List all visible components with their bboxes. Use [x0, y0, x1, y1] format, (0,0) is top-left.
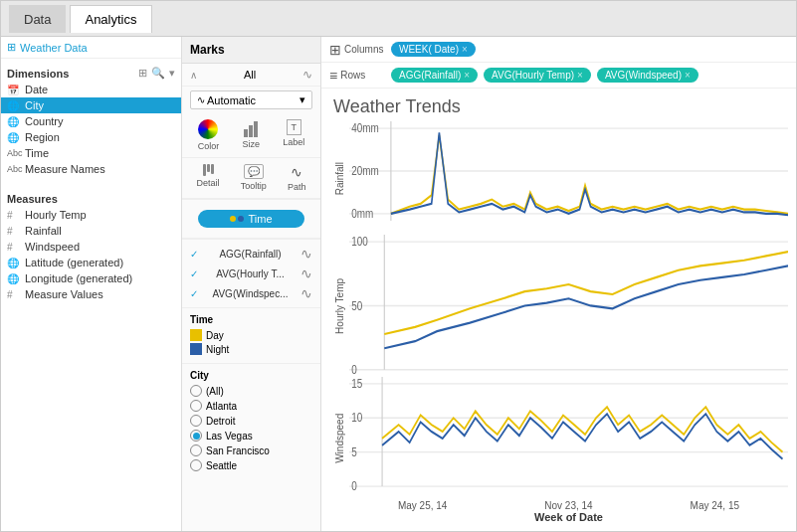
radio-las-vegas-selected [193, 433, 200, 440]
rows-label: ≡ Rows [329, 68, 385, 84]
radio-all[interactable] [190, 385, 202, 397]
hourly-temp-chart: 100 50 0 [349, 235, 788, 377]
path-button[interactable]: ∿ Path [288, 164, 306, 192]
grid-icon: ⊞ [138, 67, 147, 80]
dropdown-arrow-icon: ▾ [299, 93, 305, 106]
rows-pill-windspeed[interactable]: AVG(Windspeed) × [597, 68, 698, 83]
radio-san-francisco[interactable] [190, 444, 202, 456]
legend-day: Day [190, 329, 312, 341]
dim-city[interactable]: 🌐 City [1, 97, 181, 113]
radio-atlanta[interactable] [190, 400, 202, 412]
svg-text:15: 15 [351, 377, 362, 390]
checkmark-windspeed: ✓ [190, 288, 198, 299]
hash-icon-3: # [7, 242, 21, 253]
hash-icon-1: # [7, 210, 21, 221]
size-button[interactable]: Size [242, 119, 260, 151]
time-pill-label: Time [248, 213, 272, 225]
rows-pill-rainfall[interactable]: AGG(Rainfall) × [391, 68, 478, 83]
time-pill[interactable]: Time [198, 210, 304, 228]
columns-icon: ⊞ [329, 42, 341, 58]
search-icon[interactable]: 🔍 [151, 67, 165, 80]
columns-shelf: ⊞ Columns WEEK( Date) × [321, 37, 796, 63]
agg-rainfall-label: AGG(Rainfall) [219, 249, 281, 260]
color-button[interactable]: Color [198, 119, 220, 151]
measures-header: Measures [1, 189, 181, 207]
x-axis: May 25, 14 Nov 23, 14 May 24, 15 Week of… [329, 500, 788, 523]
abc-icon-time: Abc [7, 148, 21, 158]
expand-icon: ∧ [190, 70, 197, 81]
marks-type-dropdown[interactable]: ∿ Automatic ▾ [190, 90, 312, 109]
globe-icon-lon: 🌐 [7, 273, 21, 284]
dim-region[interactable]: 🌐 Region [1, 129, 181, 145]
rows-pill-windspeed-label: AVG(Windspeed) [605, 70, 682, 81]
globe-icon-country: 🌐 [7, 116, 21, 127]
radio-detroit[interactable] [190, 415, 202, 427]
columns-pill-week[interactable]: WEEK( Date) × [391, 42, 476, 57]
marks-dropdown-label: Automatic [207, 94, 256, 106]
tab-analytics[interactable]: Analytics [70, 5, 151, 33]
globe-icon-region: 🌐 [7, 132, 21, 143]
dimensions-icons: ⊞ 🔍 ▾ [138, 67, 175, 80]
hourly-temp-chart-row: Hourly Temp 100 50 0 [329, 235, 788, 377]
city-san-francisco[interactable]: San Francisco [190, 444, 312, 456]
radio-las-vegas[interactable] [190, 430, 202, 442]
measure-windspeed-label: Windspeed [25, 241, 80, 253]
dim-date[interactable]: 📅 Date [1, 82, 181, 97]
columns-pill-close[interactable]: × [462, 44, 468, 55]
marks-icons-color-size-label: Color Size T Label [182, 113, 320, 158]
chevron-icon: ▾ [169, 67, 175, 80]
color-label: Color [198, 141, 220, 151]
marks-title: Marks [182, 37, 320, 64]
legend-night: Night [190, 343, 312, 355]
agg-rainfall[interactable]: ✓ AGG(Rainfall) ∿ [190, 244, 312, 264]
hourly-temp-y-label: Hourly Temp [329, 235, 349, 377]
size-label: Size [242, 139, 260, 149]
svg-text:50: 50 [351, 299, 362, 312]
city-seattle[interactable]: Seattle [190, 459, 312, 471]
rows-pill-hourly-close[interactable]: × [577, 70, 583, 81]
measure-values[interactable]: # Measure Values [1, 286, 181, 302]
dim-region-label: Region [25, 131, 60, 143]
tooltip-button[interactable]: 💬 Tooltip [241, 164, 267, 192]
columns-label: ⊞ Columns [329, 42, 385, 58]
hash-icon-4: # [7, 289, 21, 300]
city-seattle-label: Seattle [206, 460, 237, 471]
agg-windspeed[interactable]: ✓ AVG(Windspec... ∿ [190, 283, 312, 303]
detail-button[interactable]: Detail [197, 164, 220, 192]
dim-city-label: City [25, 99, 44, 111]
measure-longitude-label: Longitude (generated) [25, 272, 132, 284]
windspeed-y-label: Windspeed [329, 377, 349, 500]
left-panel: ⊞ Weather Data Dimensions ⊞ 🔍 ▾ 📅 Date 🌐… [1, 37, 182, 531]
chart-area: ⊞ Columns WEEK( Date) × ≡ Rows AGG(Rainf… [321, 37, 796, 531]
dim-time[interactable]: Abc Time [1, 145, 181, 161]
measures-title: Measures [7, 193, 58, 205]
radio-seattle[interactable] [190, 459, 202, 471]
measure-rainfall[interactable]: # Rainfall [1, 223, 181, 239]
datasource-icon: ⊞ [7, 41, 16, 54]
city-detroit-label: Detroit [206, 416, 235, 427]
squiggle-windspeed: ∿ [300, 285, 312, 301]
automatic-icon: ∿ [197, 94, 205, 105]
measure-longitude[interactable]: 🌐 Longitude (generated) [1, 270, 181, 286]
data-source[interactable]: ⊞ Weather Data [1, 37, 181, 59]
dimensions-title: Dimensions [7, 68, 69, 80]
svg-text:100: 100 [351, 236, 368, 249]
measure-hourly-temp[interactable]: # Hourly Temp [1, 207, 181, 223]
measure-windspeed[interactable]: # Windspeed [1, 239, 181, 255]
dim-measure-names[interactable]: Abc Measure Names [1, 161, 181, 177]
tab-data[interactable]: Data [9, 5, 66, 33]
city-detroit[interactable]: Detroit [190, 415, 312, 427]
checkmark-hourly: ✓ [190, 268, 198, 279]
rows-pill-rainfall-close[interactable]: × [464, 70, 470, 81]
measure-latitude[interactable]: 🌐 Latitude (generated) [1, 255, 181, 270]
rows-pill-windspeed-close[interactable]: × [685, 70, 691, 81]
rows-pill-hourly[interactable]: AVG(Hourly Temp) × [484, 68, 591, 83]
city-las-vegas[interactable]: Las Vegas [190, 430, 312, 442]
dim-country[interactable]: 🌐 Country [1, 113, 181, 129]
city-atlanta[interactable]: Atlanta [190, 400, 312, 412]
marks-panel: Marks ∧ All ∿ ∿ Automatic ▾ Color [182, 37, 321, 531]
agg-hourly[interactable]: ✓ AVG(Hourly T... ∿ [190, 264, 312, 283]
x-label-2: Nov 23, 14 [544, 500, 592, 511]
label-button[interactable]: T Label [283, 119, 304, 151]
city-all[interactable]: (All) [190, 385, 312, 397]
